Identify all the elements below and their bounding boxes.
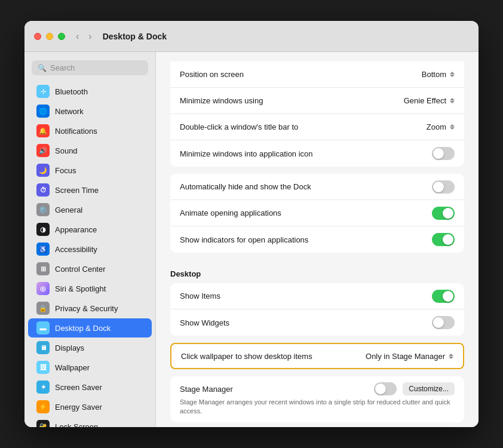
sidebar: 🔍 Search ⊹Bluetooth🌐Network🔔Notification… bbox=[24, 52, 156, 427]
dock-settings-block2: Automatically hide and show the Dock Ani… bbox=[170, 174, 464, 253]
appearance-label: Appearance bbox=[55, 225, 97, 234]
sidebar-item-bluetooth[interactable]: ⊹Bluetooth bbox=[28, 82, 152, 101]
settings-section: Position on screen Bottom Minimize windo… bbox=[156, 52, 479, 427]
network-label: Network bbox=[55, 107, 84, 116]
sidebar-item-screensaver[interactable]: ✦Screen Saver bbox=[28, 378, 152, 397]
wallpaper-click-row[interactable]: Click wallpaper to show desktop items On… bbox=[170, 343, 464, 369]
network-icon: 🌐 bbox=[36, 105, 50, 118]
notifications-label: Notifications bbox=[55, 127, 97, 136]
minimize-button[interactable] bbox=[46, 33, 53, 40]
indicators-label: Show indicators for open applications bbox=[180, 235, 308, 244]
notifications-icon: 🔔 bbox=[36, 124, 50, 137]
desktop-settings-block: Show Items Show Widgets bbox=[170, 283, 464, 336]
accessibility-label: Accessibility bbox=[55, 245, 97, 254]
animate-row: Animate opening applications bbox=[170, 200, 464, 226]
show-items-row: Show Items bbox=[170, 283, 464, 309]
focus-label: Focus bbox=[55, 166, 76, 175]
minimize-row: Minimize windows using Genie Effect bbox=[170, 88, 464, 114]
indicators-row: Show indicators for open applications bbox=[170, 226, 464, 253]
sidebar-item-accessibility[interactable]: ♿Accessibility bbox=[28, 240, 152, 259]
fullscreen-button[interactable] bbox=[58, 33, 65, 40]
lockscreen-label: Lock Screen bbox=[55, 422, 98, 428]
sidebar-item-desktopdock[interactable]: ▬Desktop & Dock bbox=[28, 318, 152, 337]
main-panel: Position on screen Bottom Minimize windo… bbox=[156, 52, 479, 427]
appearance-icon: ◑ bbox=[36, 223, 50, 236]
autohide-toggle[interactable] bbox=[432, 180, 455, 194]
position-value: Bottom bbox=[422, 70, 446, 79]
wallpaper-click-select[interactable]: Only in Stage Manager bbox=[366, 352, 453, 361]
close-button[interactable] bbox=[34, 33, 41, 40]
sidebar-item-appearance[interactable]: ◑Appearance bbox=[28, 220, 152, 239]
traffic-lights bbox=[34, 33, 65, 40]
bluetooth-label: Bluetooth bbox=[55, 87, 88, 96]
sidebar-item-notifications[interactable]: 🔔Notifications bbox=[28, 121, 152, 140]
siri-icon: ◎ bbox=[36, 282, 50, 295]
stage-manager-toggle[interactable] bbox=[374, 382, 397, 395]
search-icon: 🔍 bbox=[38, 64, 47, 72]
position-row: Position on screen Bottom bbox=[170, 62, 464, 88]
lockscreen-icon: 🔐 bbox=[36, 420, 50, 427]
doubleclick-row: Double-click a window's title bar to Zoo… bbox=[170, 114, 464, 140]
position-select[interactable]: Bottom bbox=[422, 70, 455, 79]
sidebar-item-lockscreen[interactable]: 🔐Lock Screen bbox=[28, 417, 152, 427]
forward-button[interactable]: › bbox=[85, 30, 95, 43]
sidebar-item-siri[interactable]: ◎Siri & Spotlight bbox=[28, 279, 152, 298]
stage-manager-desc: Stage Manager arranges your recent windo… bbox=[180, 398, 455, 416]
show-widgets-label: Show Widgets bbox=[180, 318, 229, 327]
minimize-value: Genie Effect bbox=[404, 96, 446, 105]
show-items-toggle[interactable] bbox=[432, 290, 455, 303]
controlcenter-icon: ⊞ bbox=[36, 262, 50, 275]
search-bar[interactable]: 🔍 Search bbox=[32, 60, 148, 75]
show-widgets-row: Show Widgets bbox=[170, 309, 464, 336]
sidebar-item-privacy[interactable]: 🔒Privacy & Security bbox=[28, 299, 152, 318]
sidebar-item-focus[interactable]: 🌙Focus bbox=[28, 161, 152, 180]
sidebar-item-displays[interactable]: 🖥Displays bbox=[28, 338, 152, 357]
customize-button[interactable]: Customize... bbox=[403, 382, 455, 395]
sound-label: Sound bbox=[55, 146, 78, 155]
stage-manager-label: Stage Manager bbox=[180, 385, 233, 394]
desktopdock-icon: ▬ bbox=[36, 321, 50, 335]
doubleclick-value: Zoom bbox=[427, 122, 446, 131]
wallpaper-click-label: Click wallpaper to show desktop items bbox=[181, 352, 312, 361]
desktopdock-label: Desktop & Dock bbox=[55, 324, 111, 333]
animate-toggle[interactable] bbox=[432, 207, 455, 220]
sound-icon: 🔊 bbox=[36, 144, 50, 157]
sidebar-item-controlcenter[interactable]: ⊞Control Center bbox=[28, 259, 152, 278]
sidebar-item-sound[interactable]: 🔊Sound bbox=[28, 141, 152, 160]
focus-icon: 🌙 bbox=[36, 164, 50, 177]
general-label: General bbox=[55, 205, 82, 214]
accessibility-icon: ♿ bbox=[36, 243, 50, 256]
doubleclick-label: Double-click a window's title bar to bbox=[180, 122, 298, 131]
screentime-icon: ⏱ bbox=[36, 183, 50, 197]
wallpaper-label: Wallpaper bbox=[55, 363, 90, 372]
sidebar-item-screentime[interactable]: ⏱Screen Time bbox=[28, 180, 152, 200]
desktop-section-title: Desktop bbox=[170, 260, 464, 283]
screensaver-label: Screen Saver bbox=[55, 383, 102, 392]
controlcenter-label: Control Center bbox=[55, 265, 106, 274]
back-button[interactable]: ‹ bbox=[72, 30, 82, 43]
sidebar-item-network[interactable]: 🌐Network bbox=[28, 102, 152, 121]
titlebar: ‹ › Desktop & Dock bbox=[24, 21, 479, 52]
sidebar-item-general[interactable]: ⚙️General bbox=[28, 200, 152, 219]
system-preferences-window: ‹ › Desktop & Dock 🔍 Search ⊹Bluetooth🌐N… bbox=[24, 21, 479, 427]
minimize-icon-toggle[interactable] bbox=[432, 147, 455, 160]
sidebar-item-wallpaper[interactable]: 🖼Wallpaper bbox=[28, 358, 152, 377]
screentime-label: Screen Time bbox=[55, 186, 99, 195]
show-items-label: Show Items bbox=[180, 291, 220, 300]
doubleclick-select[interactable]: Zoom bbox=[427, 122, 455, 131]
show-widgets-toggle[interactable] bbox=[432, 316, 455, 329]
minimize-icon-row: Minimize windows into application icon bbox=[170, 140, 464, 167]
energysaver-icon: ⚡ bbox=[36, 400, 50, 413]
sidebar-item-energysaver[interactable]: ⚡Energy Saver bbox=[28, 397, 152, 416]
indicators-toggle[interactable] bbox=[432, 233, 455, 246]
autohide-row: Automatically hide and show the Dock bbox=[170, 174, 464, 200]
search-placeholder: Search bbox=[50, 63, 75, 72]
bluetooth-icon: ⊹ bbox=[36, 85, 50, 98]
nav-buttons: ‹ › bbox=[72, 30, 96, 43]
minimize-select[interactable]: Genie Effect bbox=[404, 96, 455, 105]
animate-label: Animate opening applications bbox=[180, 208, 281, 217]
position-label: Position on screen bbox=[180, 70, 244, 79]
displays-icon: 🖥 bbox=[36, 341, 50, 354]
general-icon: ⚙️ bbox=[36, 203, 50, 216]
minimize-icon-label: Minimize windows into application icon bbox=[180, 149, 313, 158]
